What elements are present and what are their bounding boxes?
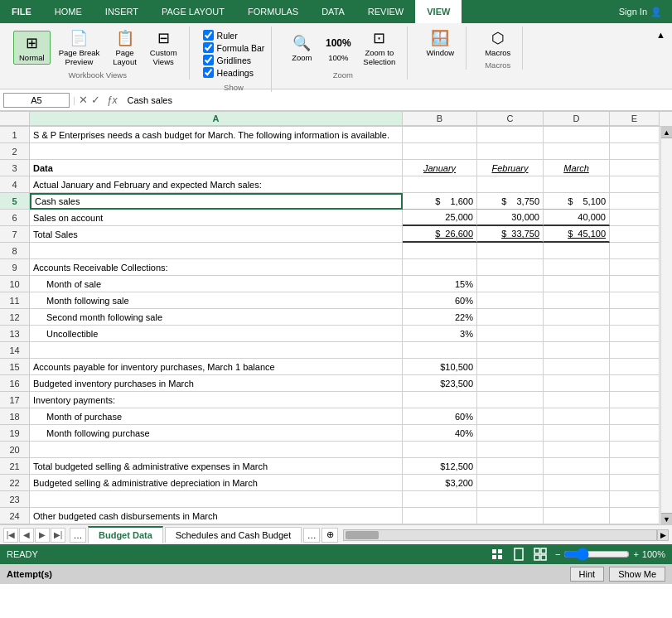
cell-c21[interactable] bbox=[477, 458, 544, 475]
cell-a2[interactable] bbox=[30, 143, 403, 160]
cell-e2[interactable] bbox=[610, 143, 660, 160]
zoom-selection-button[interactable]: ⊡ Zoom toSelection bbox=[358, 27, 400, 69]
page-break-status-btn[interactable] bbox=[532, 546, 549, 562]
cell-a11[interactable]: Month following sale bbox=[30, 292, 403, 309]
cell-c3[interactable]: February bbox=[477, 160, 544, 176]
cell-e15[interactable] bbox=[610, 359, 660, 375]
cell-a19[interactable]: Month following purchase bbox=[30, 425, 403, 442]
cell-b16[interactable]: $23,500 bbox=[403, 375, 477, 392]
macros-button[interactable]: ⬡ Macros bbox=[480, 27, 515, 59]
cell-c13[interactable] bbox=[477, 326, 544, 342]
cell-d3[interactable]: March bbox=[544, 160, 610, 176]
cell-d6[interactable]: 40,000 bbox=[544, 210, 610, 226]
cell-d7[interactable]: $ 45,100 bbox=[544, 226, 610, 243]
cell-c18[interactable] bbox=[477, 408, 544, 425]
cell-e8[interactable] bbox=[610, 243, 660, 259]
page-break-preview-button[interactable]: 📄 Page BreakPreview bbox=[54, 27, 105, 69]
row-header-3[interactable]: 3 bbox=[0, 160, 30, 176]
row-header-10[interactable]: 10 bbox=[0, 276, 30, 292]
collapse-ribbon-button[interactable]: ▲ bbox=[656, 27, 665, 40]
cell-d2[interactable] bbox=[544, 143, 610, 160]
cell-c4[interactable] bbox=[477, 176, 544, 193]
add-sheet-btn[interactable]: ⊕ bbox=[321, 528, 338, 543]
cell-e1[interactable] bbox=[610, 127, 660, 143]
cell-a20[interactable] bbox=[30, 442, 403, 458]
custom-views-button[interactable]: ⊟ CustomViews bbox=[145, 27, 182, 69]
cell-b4[interactable] bbox=[403, 176, 477, 193]
cell-e4[interactable] bbox=[610, 176, 660, 193]
show-me-button[interactable]: Show Me bbox=[609, 567, 665, 582]
cell-a14[interactable] bbox=[30, 342, 403, 359]
tab-nav-next[interactable]: ▶ bbox=[35, 528, 50, 543]
gridlines-checkbox[interactable]: Gridlines bbox=[203, 55, 265, 65]
cell-b14[interactable] bbox=[403, 342, 477, 359]
cell-d24[interactable] bbox=[544, 508, 610, 524]
cell-e3[interactable] bbox=[610, 160, 660, 176]
cell-a1[interactable]: S & P Enterprises needs a cash budget fo… bbox=[30, 127, 403, 143]
row-header-8[interactable]: 8 bbox=[0, 243, 30, 259]
cell-c20[interactable] bbox=[477, 442, 544, 458]
cell-c7[interactable]: $ 33,750 bbox=[477, 226, 544, 243]
formula-bar-checkbox[interactable]: Formula Bar bbox=[203, 42, 265, 53]
cell-a21[interactable]: Total budgeted selling & administrative … bbox=[30, 458, 403, 475]
row-header-7[interactable]: 7 bbox=[0, 226, 30, 243]
cell-a7[interactable]: Total Sales bbox=[30, 226, 403, 243]
horizontal-scrollbar[interactable] bbox=[343, 529, 657, 541]
cell-c22[interactable] bbox=[477, 475, 544, 491]
cell-d13[interactable] bbox=[544, 326, 610, 342]
cell-b5[interactable]: $ 1,600 bbox=[403, 193, 477, 210]
cell-d8[interactable] bbox=[544, 243, 610, 259]
tab-nav-prev[interactable]: ◀ bbox=[19, 528, 34, 543]
normal-view-status-btn[interactable] bbox=[489, 546, 505, 562]
row-header-9[interactable]: 9 bbox=[0, 259, 30, 276]
cell-e20[interactable] bbox=[610, 442, 660, 458]
cell-a4[interactable]: Actual January and February and expected… bbox=[30, 176, 403, 193]
cell-c11[interactable] bbox=[477, 292, 544, 309]
cell-e21[interactable] bbox=[610, 458, 660, 475]
row-header-17[interactable]: 17 bbox=[0, 392, 30, 408]
cell-d5[interactable]: $ 5,100 bbox=[544, 193, 610, 210]
row-header-21[interactable]: 21 bbox=[0, 458, 30, 475]
cell-a10[interactable]: Month of sale bbox=[30, 276, 403, 292]
cell-d21[interactable] bbox=[544, 458, 610, 475]
cell-d11[interactable] bbox=[544, 292, 610, 309]
tab-nav-last[interactable]: ▶| bbox=[51, 528, 65, 543]
cell-c12[interactable] bbox=[477, 309, 544, 326]
row-header-18[interactable]: 18 bbox=[0, 408, 30, 425]
cell-a8[interactable] bbox=[30, 243, 403, 259]
h-scroll-thumb[interactable] bbox=[346, 531, 379, 539]
cell-e12[interactable] bbox=[610, 309, 660, 326]
cell-b20[interactable] bbox=[403, 442, 477, 458]
cell-b13[interactable]: 3% bbox=[403, 326, 477, 342]
cell-b22[interactable]: $3,200 bbox=[403, 475, 477, 491]
cell-b3[interactable]: January bbox=[403, 160, 477, 176]
cell-a24[interactable]: Other budgeted cash disbursements in Mar… bbox=[30, 508, 403, 524]
col-header-d[interactable]: D bbox=[544, 112, 610, 126]
cell-b23[interactable] bbox=[403, 491, 477, 508]
cell-d15[interactable] bbox=[544, 359, 610, 375]
cell-c8[interactable] bbox=[477, 243, 544, 259]
row-header-1[interactable]: 1 bbox=[0, 127, 30, 143]
row-header-6[interactable]: 6 bbox=[0, 210, 30, 226]
zoom-button[interactable]: 🔍 Zoom bbox=[285, 31, 318, 64]
cell-d22[interactable] bbox=[544, 475, 610, 491]
cell-e10[interactable] bbox=[610, 276, 660, 292]
vertical-scrollbar[interactable]: ▲ ▼ bbox=[660, 127, 672, 524]
row-header-15[interactable]: 15 bbox=[0, 359, 30, 375]
cell-c16[interactable] bbox=[477, 375, 544, 392]
tab-view[interactable]: VIEW bbox=[415, 0, 462, 23]
cell-e22[interactable] bbox=[610, 475, 660, 491]
cell-a13[interactable]: Uncollectible bbox=[30, 326, 403, 342]
cancel-formula-icon[interactable]: ✕ bbox=[79, 94, 88, 106]
cell-c6[interactable]: 30,000 bbox=[477, 210, 544, 226]
cell-b11[interactable]: 60% bbox=[403, 292, 477, 309]
row-header-11[interactable]: 11 bbox=[0, 292, 30, 309]
h-scroll-right-btn[interactable]: ▶ bbox=[657, 529, 669, 541]
cell-a5[interactable]: Cash sales bbox=[30, 193, 403, 210]
cell-e6[interactable] bbox=[610, 210, 660, 226]
row-header-20[interactable]: 20 bbox=[0, 442, 30, 458]
tab-page-layout[interactable]: PAGE LAYOUT bbox=[150, 0, 236, 23]
row-header-23[interactable]: 23 bbox=[0, 491, 30, 508]
cell-e13[interactable] bbox=[610, 326, 660, 342]
tab-options-btn[interactable]: … bbox=[70, 528, 86, 543]
